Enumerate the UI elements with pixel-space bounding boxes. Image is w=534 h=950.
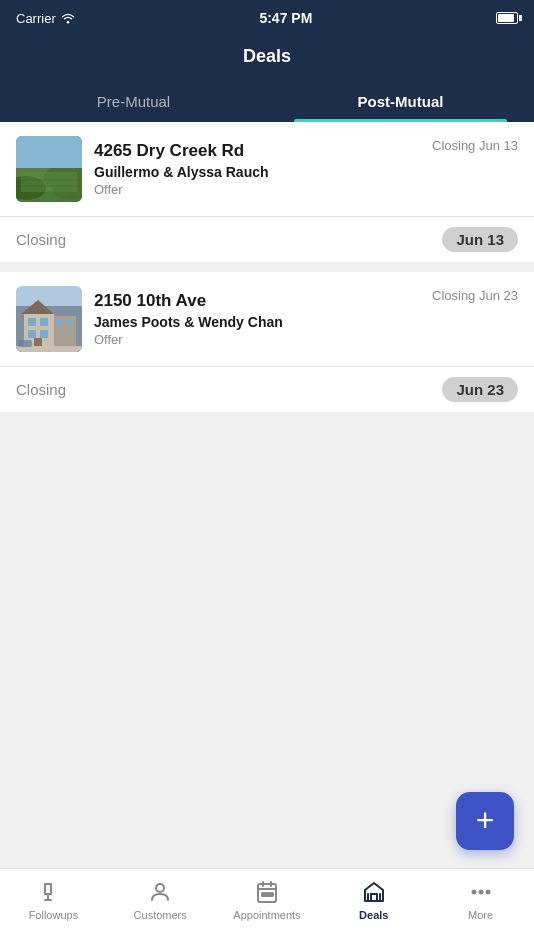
deal-property-image <box>16 286 82 352</box>
deal-status: Offer <box>94 182 420 197</box>
deal-address: 4265 Dry Creek Rd <box>94 141 420 161</box>
tab-post-mutual[interactable]: Post-Mutual <box>267 81 534 122</box>
status-bar: Carrier 5:47 PM <box>0 0 534 36</box>
add-icon: + <box>476 804 495 836</box>
content-area: 4265 Dry Creek Rd Guillermo & Alyssa Rau… <box>0 122 534 852</box>
svg-rect-23 <box>18 340 32 347</box>
svg-rect-33 <box>266 893 269 896</box>
deal-clients: James Poots & Wendy Chan <box>94 314 420 330</box>
section-divider: Closing Jun 13 <box>0 216 534 262</box>
svg-point-37 <box>472 891 475 894</box>
bottom-navigation: Followups Customers Appointments <box>0 868 534 950</box>
deal-info: 2150 10th Ave James Poots & Wendy Chan O… <box>94 291 420 347</box>
deal-item[interactable]: 4265 Dry Creek Rd Guillermo & Alyssa Rau… <box>0 122 534 216</box>
section-label: Closing <box>16 231 66 248</box>
empty-content-area <box>0 412 534 712</box>
wifi-icon <box>60 12 76 24</box>
more-label: More <box>468 909 493 921</box>
svg-point-38 <box>479 891 482 894</box>
nav-item-appointments[interactable]: Appointments <box>214 877 321 921</box>
svg-rect-14 <box>28 318 36 326</box>
battery-indicator <box>496 12 518 24</box>
svg-rect-7 <box>21 172 77 192</box>
nav-item-followups[interactable]: Followups <box>0 877 107 921</box>
add-deal-button[interactable]: + <box>456 792 514 850</box>
customers-icon <box>147 879 173 905</box>
list-divider <box>0 262 534 272</box>
deal-property-image <box>16 136 82 202</box>
svg-rect-21 <box>66 320 72 326</box>
deal-clients: Guillermo & Alyssa Rauch <box>94 164 420 180</box>
deals-icon <box>361 879 387 905</box>
deal-info: 4265 Dry Creek Rd Guillermo & Alyssa Rau… <box>94 141 420 197</box>
deal-address: 2150 10th Ave <box>94 291 420 311</box>
svg-rect-16 <box>28 330 36 338</box>
appointments-label: Appointments <box>233 909 300 921</box>
appointments-icon <box>254 879 280 905</box>
svg-rect-20 <box>56 320 62 326</box>
followups-icon <box>40 879 66 905</box>
deal-closing-date: Closing Jun 13 <box>432 136 518 153</box>
deal-item[interactable]: 2150 10th Ave James Poots & Wendy Chan O… <box>0 272 534 366</box>
svg-point-39 <box>486 891 489 894</box>
svg-point-27 <box>156 884 164 892</box>
svg-rect-32 <box>262 893 265 896</box>
nav-item-deals[interactable]: Deals <box>320 877 427 921</box>
section-date-badge: Jun 23 <box>442 377 518 402</box>
followups-label: Followups <box>29 909 79 921</box>
header: Deals <box>0 36 534 81</box>
section-date-badge: Jun 13 <box>442 227 518 252</box>
svg-rect-4 <box>16 136 82 168</box>
time-display: 5:47 PM <box>259 10 312 26</box>
section-label: Closing <box>16 381 66 398</box>
deal-closing-date: Closing Jun 23 <box>432 286 518 303</box>
section-divider: Closing Jun 23 <box>0 366 534 412</box>
page-title: Deals <box>16 46 518 67</box>
nav-item-customers[interactable]: Customers <box>107 877 214 921</box>
svg-marker-24 <box>45 884 51 894</box>
customers-label: Customers <box>134 909 187 921</box>
tab-pre-mutual[interactable]: Pre-Mutual <box>0 81 267 122</box>
tabs-container: Pre-Mutual Post-Mutual <box>0 81 534 122</box>
nav-item-more[interactable]: More <box>427 877 534 921</box>
svg-rect-17 <box>40 330 48 338</box>
carrier-text: Carrier <box>16 11 76 26</box>
deal-status: Offer <box>94 332 420 347</box>
deals-label: Deals <box>359 909 388 921</box>
svg-rect-34 <box>270 893 273 896</box>
more-icon <box>468 879 494 905</box>
svg-rect-15 <box>40 318 48 326</box>
